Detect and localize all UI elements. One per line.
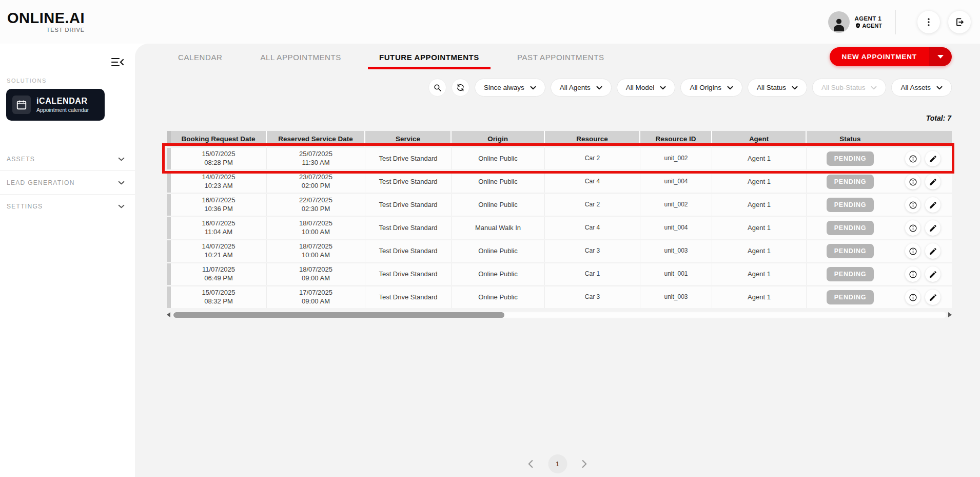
info-button[interactable] bbox=[905, 243, 920, 259]
resource-value: Car 4 bbox=[585, 178, 600, 186]
tab[interactable]: PAST APPOINTMENTS bbox=[516, 53, 605, 62]
booking-date: 14/07/2025 bbox=[202, 173, 235, 182]
agent-value: Agent 1 bbox=[748, 293, 771, 302]
booking-time: 10:23 AM bbox=[205, 182, 233, 190]
resource-value: Car 3 bbox=[585, 293, 600, 301]
info-icon bbox=[909, 155, 917, 163]
table-row: 15/07/2025 08:28 PM 25/07/2025 11:30 AM … bbox=[167, 148, 952, 169]
edit-button[interactable] bbox=[925, 151, 940, 166]
filter-label: Since always bbox=[484, 84, 524, 91]
pencil-icon bbox=[929, 201, 937, 209]
info-button[interactable] bbox=[905, 151, 920, 166]
scroll-right-arrow-icon[interactable] bbox=[948, 312, 952, 317]
logout-button[interactable] bbox=[948, 11, 971, 33]
sidebar-section-item[interactable]: ASSETS bbox=[0, 147, 135, 171]
status-badge: PENDING bbox=[827, 290, 874, 304]
scrollbar-track[interactable] bbox=[172, 312, 947, 318]
booking-time: 08:28 PM bbox=[204, 159, 233, 167]
cell-resource: Car 2 bbox=[545, 148, 640, 169]
info-icon bbox=[909, 178, 917, 186]
next-page-button[interactable] bbox=[579, 459, 590, 469]
info-icon bbox=[909, 247, 917, 256]
cell-agent: Agent 1 bbox=[712, 263, 807, 285]
info-icon bbox=[909, 293, 917, 302]
sidebar-item-icalendar[interactable]: iCALENDAR Appointment calendar bbox=[6, 89, 105, 121]
cell-booking-request-date: 15/07/2025 08:28 PM bbox=[171, 148, 267, 169]
info-button[interactable] bbox=[905, 197, 920, 213]
tab-label: ALL APPOINTMENTS bbox=[261, 53, 341, 62]
edit-button[interactable] bbox=[925, 197, 940, 213]
edit-button[interactable] bbox=[925, 174, 940, 189]
brand-name: ONLINE.AI bbox=[7, 11, 85, 26]
status-badge: PENDING bbox=[827, 267, 874, 281]
booking-time: 10:21 AM bbox=[205, 251, 233, 260]
scrollbar-thumb[interactable] bbox=[173, 312, 504, 318]
new-appointment-button[interactable]: NEW APPOINTMENT bbox=[830, 47, 930, 66]
filter-dropdown[interactable]: All Model bbox=[617, 79, 676, 97]
edit-button[interactable] bbox=[925, 266, 940, 282]
new-appointment-dropdown-button[interactable] bbox=[929, 47, 952, 66]
main-content: CALENDAR ALL APPOINTMENTS FUTURE APPOINT… bbox=[135, 44, 980, 477]
search-button[interactable] bbox=[428, 79, 446, 97]
topbar-divider bbox=[895, 10, 896, 34]
cell-agent: Agent 1 bbox=[712, 287, 807, 308]
status-badge: PENDING bbox=[827, 151, 874, 166]
column-header-status: Status bbox=[807, 131, 952, 146]
filter-dropdown[interactable]: All Agents bbox=[551, 79, 612, 97]
filter-dropdown[interactable]: Since always bbox=[475, 79, 545, 97]
calendar-icon bbox=[12, 96, 31, 114]
edit-button[interactable] bbox=[925, 220, 940, 236]
edit-button[interactable] bbox=[925, 243, 940, 259]
cell-origin: Online Public bbox=[452, 287, 545, 308]
cell-resource: Car 2 bbox=[545, 194, 640, 216]
sidebar-section-item[interactable]: LEAD GENERATION bbox=[0, 171, 135, 195]
sidebar-section-item[interactable]: SETTINGS bbox=[0, 195, 135, 218]
service-name: Test Drive Standard bbox=[379, 201, 437, 209]
column-header-booking-request-date: Booking Request Date bbox=[171, 131, 267, 146]
row-gutter bbox=[167, 171, 171, 193]
sidebar-collapse-button[interactable] bbox=[110, 57, 125, 68]
pencil-icon bbox=[929, 178, 937, 186]
refresh-button[interactable] bbox=[452, 79, 469, 97]
person-icon bbox=[831, 16, 847, 31]
tab[interactable]: ALL APPOINTMENTS bbox=[260, 53, 342, 62]
cell-status: PENDING bbox=[807, 148, 894, 169]
previous-page-button[interactable] bbox=[525, 459, 536, 469]
status-badge: PENDING bbox=[827, 175, 874, 189]
filter-dropdown[interactable]: All Status bbox=[748, 79, 807, 97]
tab[interactable]: FUTURE APPOINTMENTS bbox=[378, 53, 480, 62]
more-options-button[interactable] bbox=[917, 11, 940, 33]
horizontal-scrollbar[interactable] bbox=[167, 311, 952, 318]
cell-status: PENDING bbox=[807, 263, 894, 285]
info-button[interactable] bbox=[905, 290, 920, 305]
logout-icon bbox=[954, 17, 965, 27]
cell-status: PENDING bbox=[807, 287, 894, 308]
chevron-down-icon bbox=[871, 86, 877, 90]
chevron-down-icon bbox=[660, 86, 666, 90]
table-row: 15/07/2025 08:32 PM 17/07/2025 09:00 AM … bbox=[167, 287, 952, 308]
service-date: 22/07/2025 bbox=[299, 196, 332, 205]
filter-dropdown[interactable]: All Sub-Status bbox=[812, 79, 887, 97]
cell-status: PENDING bbox=[807, 217, 894, 239]
tab[interactable]: CALENDAR bbox=[177, 53, 224, 62]
info-button[interactable] bbox=[905, 266, 920, 282]
service-time: 10:00 AM bbox=[302, 251, 330, 260]
column-header-agent: Agent bbox=[712, 131, 807, 146]
filter-dropdown[interactable]: All Origins bbox=[680, 79, 742, 97]
filter-dropdown[interactable]: All Assets bbox=[891, 79, 952, 97]
filter-bar: Since always All Agents All Model All Or… bbox=[428, 79, 952, 97]
table-header-row: Booking Request Date Reserved Service Da… bbox=[167, 131, 952, 146]
edit-button[interactable] bbox=[925, 290, 940, 305]
column-header-resource-id: Resource ID bbox=[640, 131, 712, 146]
cell-service: Test Drive Standard bbox=[365, 263, 452, 285]
scroll-left-arrow-icon[interactable] bbox=[167, 312, 170, 317]
cell-resource: Car 4 bbox=[545, 171, 640, 193]
info-button[interactable] bbox=[905, 174, 920, 189]
cell-agent: Agent 1 bbox=[712, 217, 807, 239]
caret-down-icon bbox=[937, 55, 944, 59]
info-button[interactable] bbox=[905, 220, 920, 236]
table-row: 16/07/2025 11:04 AM 18/07/2025 10:00 AM … bbox=[167, 217, 952, 239]
page-number-button[interactable]: 1 bbox=[548, 454, 567, 473]
table-row: 14/07/2025 10:23 AM 23/07/2025 02:00 PM … bbox=[167, 171, 952, 193]
filter-label: All Sub-Status bbox=[821, 84, 866, 91]
